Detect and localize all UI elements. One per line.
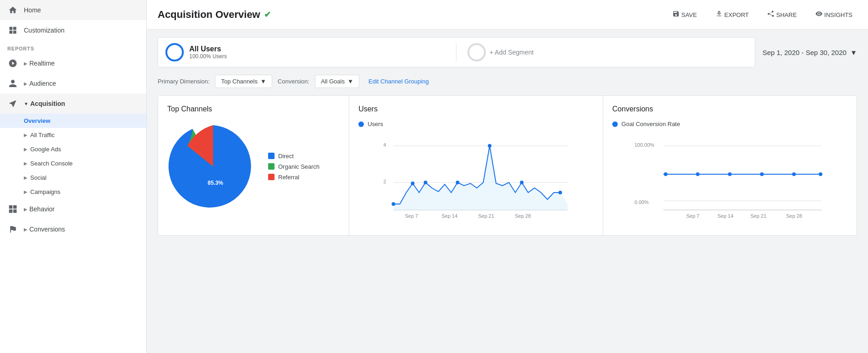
svg-rect-1: [13, 205, 17, 209]
add-segment-button[interactable]: + Add Segment: [467, 43, 747, 61]
sidebar-item-acquisition[interactable]: ▼ Acquisition: [0, 94, 146, 114]
sidebar-child-social[interactable]: ▶ Social: [0, 171, 146, 185]
header-actions: SAVE EXPORT SHARE INSIGHTS: [668, 7, 857, 22]
customization-icon: [7, 25, 18, 36]
y-label-0: 0.00%: [635, 199, 649, 205]
page-title-text: Acquisition Overview: [158, 9, 260, 21]
x-label-sep28: Sep 28: [786, 213, 802, 219]
legend-color-referral: [268, 174, 275, 180]
users-line-chart: 4 2: [358, 133, 593, 225]
conversions-legend: Goal Conversion Rate: [612, 121, 847, 127]
svg-rect-0: [9, 205, 13, 209]
legend-color-organic: [268, 163, 275, 170]
export-button[interactable]: EXPORT: [711, 7, 753, 22]
legend-label-direct: Direct: [278, 153, 294, 160]
conversion-chevron: ▼: [347, 78, 353, 85]
users-panel: Users Users 4 2: [349, 96, 603, 235]
sidebar-item-audience[interactable]: ▶ Audience: [0, 73, 146, 94]
sidebar-item-conversions[interactable]: ▶ Conversions: [0, 219, 146, 239]
insights-icon: [815, 10, 823, 19]
sidebar-child-all-traffic-label: All Traffic: [30, 132, 55, 138]
legend-color-direct: [268, 153, 275, 159]
conversions-panel: Conversions Goal Conversion Rate 100.00%…: [603, 96, 857, 235]
legend-item-direct: Direct: [268, 153, 319, 160]
sidebar-item-home[interactable]: Home: [0, 0, 146, 20]
pie-chart: 8.8% 85.3%: [167, 121, 259, 212]
acquisition-icon: [7, 98, 18, 109]
sidebar-item-customization[interactable]: Customization: [0, 20, 146, 40]
sidebar: Home Customization REPORTS ▶ Realtime ▶ …: [0, 0, 147, 353]
svg-rect-3: [13, 210, 17, 213]
x-label-sep21: Sep 21: [751, 213, 767, 219]
sidebar-item-behavior-label: Behavior: [29, 205, 55, 213]
x-label-sep14: Sep 14: [442, 213, 458, 219]
pie-area: 8.8% 85.3% Direct Organic Sear: [167, 121, 340, 212]
segment-sub: 100.00% Users: [189, 53, 227, 60]
save-label: SAVE: [681, 11, 697, 18]
date-range-picker[interactable]: Sep 1, 2020 - Sep 30, 2020 ▼: [763, 49, 857, 56]
dimension-controls: Primary Dimension: Top Channels ▼ Conver…: [158, 75, 857, 88]
behavior-icon: [7, 204, 18, 215]
conversions-dot: [664, 172, 668, 176]
behavior-caret: ▶: [24, 207, 27, 212]
conversion-dropdown[interactable]: All Goals ▼: [315, 75, 359, 88]
segment-divider: [456, 43, 456, 61]
x-label-sep7: Sep 7: [405, 213, 418, 219]
sidebar-item-realtime[interactable]: ▶ Realtime: [0, 53, 146, 73]
segment-bar: All Users 100.00% Users + Add Segment: [158, 37, 755, 67]
sidebar-child-google-ads-label: Google Ads: [30, 146, 61, 153]
segment-circle: [165, 43, 184, 61]
share-button[interactable]: SHARE: [763, 7, 802, 22]
add-segment-label: + Add Segment: [489, 49, 533, 56]
date-range-label: Sep 1, 2020 - Sep 30, 2020: [763, 49, 846, 56]
conversions-dot: [696, 172, 700, 176]
conversion-label: Conversion:: [278, 78, 309, 85]
social-caret: ▶: [24, 175, 27, 180]
sidebar-child-overview[interactable]: Overview: [0, 114, 146, 128]
edit-channel-grouping-link[interactable]: Edit Channel Grouping: [368, 78, 429, 85]
sidebar-child-google-ads[interactable]: ▶ Google Ads: [0, 142, 146, 156]
segment-label: All Users: [189, 45, 227, 53]
add-segment-circle: [467, 43, 486, 61]
users-legend-label: Users: [368, 121, 383, 127]
save-button[interactable]: SAVE: [668, 7, 702, 22]
y-label-4: 4: [384, 142, 386, 148]
page-header: Acquisition Overview ✔ SAVE EXPORT SHA: [147, 0, 868, 30]
sidebar-child-campaigns-label: Campaigns: [30, 188, 60, 195]
sidebar-child-campaigns[interactable]: ▶ Campaigns: [0, 185, 146, 199]
campaigns-caret: ▶: [24, 189, 27, 194]
conversions-legend-dot: [612, 121, 618, 127]
sidebar-child-all-traffic[interactable]: ▶ All Traffic: [0, 128, 146, 142]
conversions-title: Conversions: [612, 105, 847, 113]
conversions-legend-label: Goal Conversion Rate: [621, 121, 680, 127]
users-legend-dot: [358, 121, 364, 127]
primary-segment: All Users 100.00% Users: [165, 43, 445, 61]
sidebar-child-search-console[interactable]: ▶ Search Console: [0, 156, 146, 171]
acquisition-caret: ▼: [24, 101, 28, 106]
users-dot: [411, 182, 415, 185]
realtime-icon: [7, 58, 18, 69]
x-label-sep7: Sep 7: [687, 213, 700, 219]
primary-dimension-dropdown[interactable]: Top Channels ▼: [215, 75, 272, 88]
conversions-caret: ▶: [24, 227, 27, 232]
users-dot: [456, 181, 460, 184]
y-label-2: 2: [384, 179, 386, 184]
users-title: Users: [358, 105, 593, 113]
insights-button[interactable]: INSIGHTS: [811, 7, 857, 22]
svg-rect-2: [9, 210, 13, 213]
sidebar-item-home-label: Home: [24, 6, 41, 14]
legend-item-referral: Referral: [268, 174, 319, 181]
legend-label-organic: Organic Search: [278, 163, 319, 170]
conversions-dot: [792, 172, 796, 176]
sidebar-child-overview-label: Overview: [24, 117, 50, 124]
sidebar-item-conversions-label: Conversions: [29, 226, 65, 233]
sidebar-item-behavior[interactable]: ▶ Behavior: [0, 199, 146, 219]
export-label: EXPORT: [725, 11, 749, 18]
users-area-fill: [394, 146, 568, 210]
y-label-100: 100.00%: [635, 142, 655, 148]
segment-info: All Users 100.00% Users: [189, 45, 227, 60]
users-dot: [424, 181, 428, 184]
realtime-caret: ▶: [24, 61, 27, 66]
users-dot: [520, 181, 524, 184]
audience-icon: [7, 78, 18, 89]
